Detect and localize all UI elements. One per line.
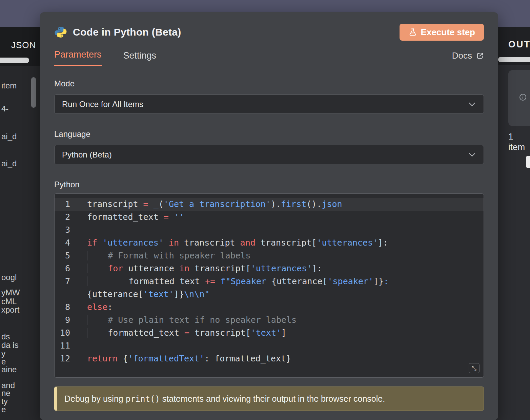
clipped-button[interactable] — [526, 156, 530, 168]
execute-step-label: Execute step — [421, 27, 475, 38]
line-number: 6 — [55, 262, 75, 275]
mode-select[interactable]: Run Once for All Items — [54, 94, 484, 114]
sidebar-text-fragment: yMW — [1, 288, 20, 297]
line-number: 5 — [55, 249, 75, 262]
python-logo-icon — [54, 26, 67, 39]
tab-settings[interactable]: Settings — [123, 50, 157, 66]
output-item-count: 1 item — [508, 131, 530, 152]
flask-icon — [408, 28, 417, 37]
sidebar-text-fragment: da is — [1, 341, 19, 350]
code-line[interactable]: 11 — [55, 339, 484, 352]
tabs-row: Parameters Settings Docs — [54, 49, 484, 66]
tab-json[interactable]: JSON — [11, 40, 36, 50]
sidebar-text-fragment: ds — [1, 332, 10, 341]
input-horizontal-scrollbar[interactable] — [0, 58, 29, 63]
line-number: 7 — [55, 275, 75, 301]
tab-parameters[interactable]: Parameters — [54, 49, 102, 66]
sidebar-text-fragment: 4- — [1, 104, 8, 113]
debug-note: Debug by using print() statements and vi… — [54, 386, 484, 411]
output-horizontal-scrollbar[interactable] — [498, 57, 530, 62]
output-panel-title: OUT — [508, 39, 530, 50]
sidebar-text-fragment: ai_d — [1, 159, 17, 168]
python-code-label: Python — [54, 180, 484, 189]
line-number: 8 — [55, 301, 75, 314]
execute-step-button[interactable]: Execute step — [400, 24, 484, 41]
code-line[interactable]: 9 # Use plain text if no speaker labels — [55, 314, 484, 327]
external-link-icon — [476, 52, 484, 60]
code-line[interactable]: 6 for utterance in transcript['utterance… — [55, 262, 484, 275]
input-panel-header: JSON — [0, 27, 40, 66]
sidebar-text-fragment: e — [1, 405, 6, 414]
output-panel-header: OUT — [498, 27, 530, 65]
line-number: 11 — [55, 339, 75, 352]
line-number: 4 — [55, 236, 75, 249]
chevron-down-icon — [469, 153, 475, 157]
mode-select-value: Run Once for All Items — [62, 100, 143, 109]
sidebar-text-fragment: item — [1, 81, 17, 90]
code-line[interactable]: 7 formatted_text += f"Speaker {utterance… — [55, 275, 484, 301]
sidebar-text-fragment: xport — [1, 306, 19, 314]
code-node-modal: Code in Python (Beta) Execute step Param… — [40, 12, 498, 420]
output-info-card — [508, 70, 530, 126]
docs-link[interactable]: Docs — [452, 50, 484, 66]
line-number: 1 — [55, 198, 75, 211]
code-line[interactable]: 2formatted_text = '' — [55, 211, 484, 224]
mode-label: Mode — [54, 79, 484, 88]
modal-header: Code in Python (Beta) Execute step — [54, 12, 484, 41]
sidebar-text-fragment: oogl — [1, 273, 17, 282]
code-line[interactable]: 10 formatted_text = transcript['text'] — [55, 327, 484, 339]
input-vertical-scrollbar-thumb[interactable] — [31, 77, 36, 108]
code-line[interactable]: 1transcript = _('Get a transcription').f… — [55, 198, 484, 211]
line-number: 9 — [55, 314, 75, 327]
code-line[interactable]: 12return {'formattedText': formatted_tex… — [55, 352, 484, 365]
code-line[interactable]: 5 # Format with speaker labels — [55, 249, 484, 262]
debug-note-text: Debug by using print() statements and vi… — [64, 394, 385, 404]
input-panel: JSON item4-ai_dai_dooglyMWcMLxportdsda i… — [0, 27, 40, 420]
output-panel: OUT 1 item — [498, 27, 530, 420]
language-label: Language — [54, 129, 484, 139]
sidebar-text-fragment: ai_d — [1, 132, 17, 141]
page-title: Code in Python (Beta) — [73, 26, 181, 38]
sidebar-text-fragment: aine — [1, 365, 17, 374]
code-line[interactable]: 3 — [55, 224, 484, 236]
language-select[interactable]: Python (Beta) — [54, 145, 484, 164]
info-icon[interactable] — [519, 93, 527, 101]
code-editor[interactable]: 1transcript = _('Get a transcription').f… — [54, 193, 484, 378]
line-number: 2 — [55, 211, 75, 224]
language-select-value: Python (Beta) — [62, 150, 112, 160]
chevron-down-icon — [469, 102, 475, 106]
line-number: 12 — [55, 352, 75, 365]
code-line[interactable]: 8else: — [55, 301, 484, 314]
code-editor-lines: 1transcript = _('Get a transcription').f… — [55, 198, 484, 365]
code-line[interactable]: 4if 'utterances' in transcript and trans… — [55, 236, 484, 249]
line-number: 10 — [55, 327, 75, 339]
sidebar-text-fragment: cML — [1, 297, 17, 306]
inline-code: print() — [126, 394, 160, 404]
line-number: 3 — [55, 224, 75, 236]
expand-editor-button[interactable]: ⤡ — [469, 363, 480, 373]
docs-label: Docs — [452, 50, 472, 61]
